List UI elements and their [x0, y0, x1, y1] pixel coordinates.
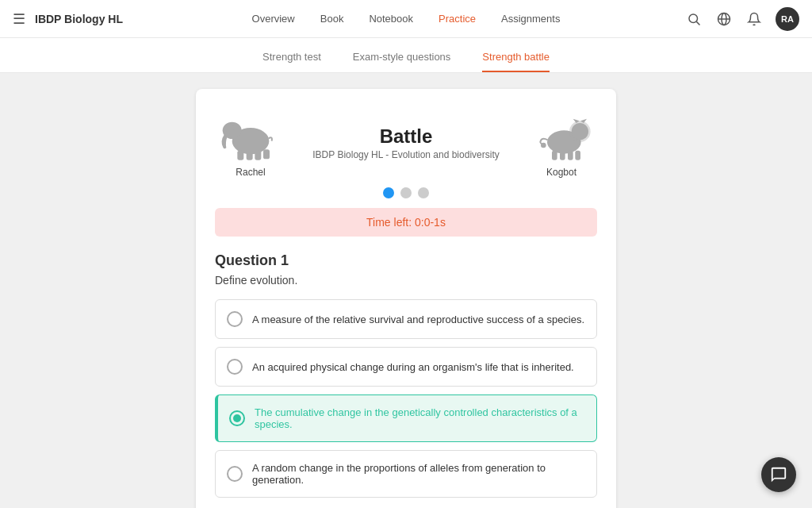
avatar[interactable]: RA	[776, 7, 799, 31]
nav-overview[interactable]: Overview	[252, 13, 295, 25]
battle-title: Battle	[286, 125, 526, 148]
lion-icon	[530, 108, 593, 164]
option-4-radio	[227, 466, 243, 482]
timer-label: Time left:	[366, 216, 412, 229]
nav-center: Overview Book Notebook Practice Assignme…	[252, 13, 561, 25]
option-4[interactable]: A random change in the proportions of al…	[215, 450, 597, 498]
nav-right: RA	[685, 7, 799, 31]
progress-dots	[215, 187, 597, 198]
svg-rect-11	[263, 149, 270, 159]
svg-rect-16	[560, 152, 565, 160]
svg-point-19	[541, 143, 546, 148]
option-1-radio	[227, 311, 243, 327]
dot-2	[400, 187, 412, 198]
search-icon[interactable]	[685, 10, 703, 28]
top-nav: ☰ IBDP Biology HL Overview Book Notebook…	[0, 0, 812, 38]
svg-rect-18	[575, 151, 580, 160]
svg-rect-17	[568, 151, 573, 160]
svg-rect-8	[237, 151, 243, 160]
dot-1	[383, 187, 394, 198]
svg-point-14	[569, 121, 591, 142]
option-3-text: The cumulative change in the genetically…	[255, 406, 585, 430]
main-content: Rachel Battle IBDP Biology HL - Evolutio…	[0, 73, 812, 508]
subnav-strength-battle[interactable]: Strength battle	[482, 51, 550, 72]
subnav-exam-questions[interactable]: Exam-style questions	[353, 51, 451, 72]
option-3-radio-inner	[233, 414, 241, 422]
option-3[interactable]: The cumulative change in the genetically…	[215, 394, 597, 442]
option-4-text: A random change in the proportions of al…	[252, 462, 585, 486]
svg-point-7	[225, 123, 234, 133]
svg-line-1	[696, 21, 699, 25]
svg-point-0	[689, 14, 698, 23]
timer-text: Time left: 0:0-1s	[366, 216, 446, 229]
globe-icon[interactable]	[715, 10, 733, 28]
option-2-radio	[227, 359, 243, 375]
timer-value: 0:0-1s	[415, 216, 446, 229]
app-title: IBDP Biology HL	[35, 13, 123, 25]
bell-icon[interactable]	[745, 10, 763, 28]
svg-rect-10	[255, 151, 261, 160]
dot-3	[418, 187, 429, 198]
player2-name: Kogbot	[546, 167, 576, 178]
option-1-text: A measure of the relative survival and r…	[252, 314, 584, 325]
battle-card: Rachel Battle IBDP Biology HL - Evolutio…	[196, 89, 616, 508]
option-3-radio	[229, 410, 245, 426]
hamburger-icon[interactable]: ☰	[13, 10, 25, 28]
svg-rect-9	[247, 152, 253, 160]
timer-bar: Time left: 0:0-1s	[215, 208, 597, 237]
question-text: Define evolution.	[215, 274, 597, 287]
player1-name: Rachel	[236, 167, 265, 178]
elephant-icon	[219, 108, 282, 164]
question-label: Question 1	[215, 252, 597, 269]
subnav-strength-test[interactable]: Strength test	[262, 51, 321, 72]
nav-assignments[interactable]: Assignments	[501, 13, 560, 25]
option-1[interactable]: A measure of the relative survival and r…	[215, 299, 597, 339]
nav-left: ☰ IBDP Biology HL	[13, 10, 123, 28]
battle-subtitle: IBDP Biology HL - Evolution and biodiver…	[286, 149, 526, 160]
chat-button[interactable]	[761, 457, 796, 492]
battle-center: Battle IBDP Biology HL - Evolution and b…	[286, 125, 526, 160]
option-2-text: An acquired physical change during an or…	[252, 361, 574, 373]
sub-nav: Strength test Exam-style questions Stren…	[0, 38, 812, 73]
nav-practice[interactable]: Practice	[439, 13, 476, 25]
svg-rect-15	[552, 151, 557, 160]
player2-section: Kogbot	[526, 108, 597, 178]
battle-header: Rachel Battle IBDP Biology HL - Evolutio…	[215, 108, 597, 178]
nav-notebook[interactable]: Notebook	[369, 13, 413, 25]
nav-book[interactable]: Book	[320, 13, 344, 25]
player1-section: Rachel	[215, 108, 286, 178]
option-2[interactable]: An acquired physical change during an or…	[215, 347, 597, 387]
